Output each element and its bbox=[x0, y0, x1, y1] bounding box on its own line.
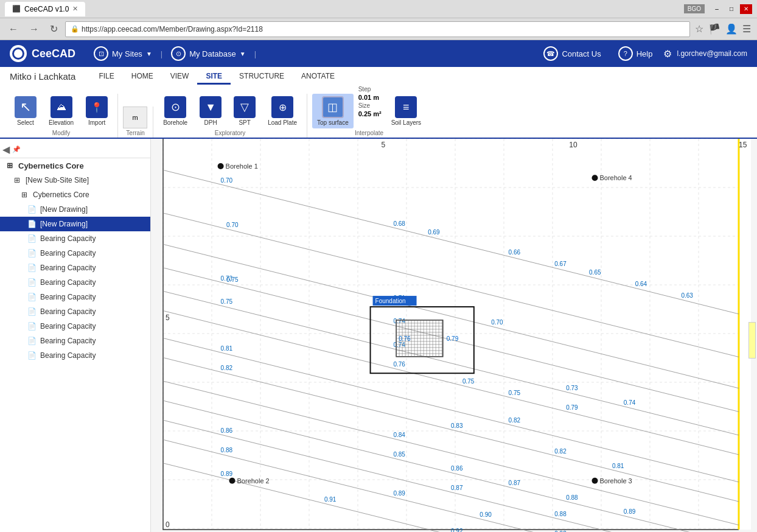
borehole-btn[interactable]: ⊙ Borehole bbox=[158, 94, 192, 128]
sidebar-item-bearing-7[interactable]: 📄 Bearing Capacity bbox=[0, 319, 150, 334]
doc-icon-3: 📄 bbox=[27, 234, 37, 243]
load-plate-btn[interactable]: ⊕ Load Plate bbox=[263, 94, 302, 128]
step-label: Step bbox=[358, 86, 382, 93]
my-database-label: My Database bbox=[189, 49, 236, 58]
spt-icon: ▽ bbox=[234, 96, 256, 118]
sidebar-label-new-drawing-1: [New Drawing] bbox=[40, 205, 88, 214]
modify-items: ↖ Select ⛰ Elevation 📍 Import bbox=[10, 94, 113, 128]
tab-home[interactable]: HOME bbox=[123, 69, 162, 85]
doc-icon-4: 📄 bbox=[27, 248, 37, 258]
tab-view[interactable]: VIEW bbox=[162, 69, 198, 85]
ribbon: Mitko i Lachkata FILE HOME VIEW SITE STR… bbox=[0, 67, 757, 139]
elevation-label: Elevation bbox=[49, 119, 74, 126]
size-value: 0.25 m² bbox=[358, 110, 382, 117]
elevation-icon: ⛰ bbox=[51, 96, 72, 118]
main-layout: ◀ 📌 ⊞ Cybernetics Core ⊞ [New Sub-Site S… bbox=[0, 139, 757, 532]
app-logo: CeeCAD bbox=[10, 45, 75, 62]
sidebar-label-bearing-9: Bearing Capacity bbox=[40, 351, 96, 360]
sidebar-item-cybernetics-1[interactable]: ⊞ Cybernetics Core bbox=[0, 158, 150, 173]
drawing-canvas[interactable] bbox=[151, 139, 757, 532]
sidebar-item-new-drawing-1[interactable]: 📄 [New Drawing] bbox=[0, 202, 150, 217]
help-btn[interactable]: ? Help bbox=[612, 43, 659, 65]
sidebar-item-bearing-4[interactable]: 📄 Bearing Capacity bbox=[0, 275, 150, 290]
my-sites-btn[interactable]: ⊡ My Sites ▼ bbox=[88, 43, 158, 65]
browser-tab[interactable]: ⬛ CeeCAD v1.0 ✕ bbox=[5, 2, 85, 16]
sidebar-label-bearing-5: Bearing Capacity bbox=[40, 293, 96, 301]
collapse-icon[interactable]: ◀ bbox=[2, 144, 10, 155]
contact-us-btn[interactable]: ☎ Contact Us bbox=[537, 43, 607, 65]
sidebar-item-bearing-3[interactable]: 📄 Bearing Capacity bbox=[0, 261, 150, 275]
terrain-m: m bbox=[133, 114, 138, 121]
minimize-btn[interactable]: – bbox=[711, 4, 723, 14]
import-btn[interactable]: 📍 Import bbox=[81, 94, 113, 128]
doc-icon-10: 📄 bbox=[27, 336, 37, 346]
reload-btn[interactable]: ↻ bbox=[46, 22, 61, 36]
my-database-icon: ⊙ bbox=[171, 46, 186, 61]
sidebar-item-bearing-2[interactable]: 📄 Bearing Capacity bbox=[0, 246, 150, 261]
my-database-dropdown-icon: ▼ bbox=[240, 51, 246, 57]
address-bar[interactable]: 🔒 https://app.ceecad.com/Member/Drawing.… bbox=[65, 21, 690, 37]
my-sites-icon: ⊡ bbox=[94, 46, 108, 61]
soil-layers-label: Soil Layers bbox=[391, 119, 421, 126]
header-sep-1: | bbox=[161, 49, 162, 58]
sidebar-item-new-subsite[interactable]: ⊞ [New Sub-Site Site] bbox=[0, 173, 150, 187]
sidebar-item-bearing-5[interactable]: 📄 Bearing Capacity bbox=[0, 290, 150, 304]
user-email: l.gorchev@gmail.com bbox=[677, 49, 747, 58]
canvas-area[interactable] bbox=[151, 139, 757, 532]
person-icon[interactable]: 👤 bbox=[724, 22, 739, 36]
logo-icon bbox=[10, 45, 27, 62]
bgo-label: BGO bbox=[684, 4, 705, 13]
flag-icon[interactable]: 🏴 bbox=[707, 22, 722, 36]
sidebar-item-bearing-9[interactable]: 📄 Bearing Capacity bbox=[0, 348, 150, 363]
sidebar-label-new-subsite: [New Sub-Site Site] bbox=[26, 176, 89, 184]
elevation-btn[interactable]: ⛰ Elevation bbox=[44, 94, 78, 128]
sidebar-label-bearing-2: Bearing Capacity bbox=[40, 249, 96, 257]
tab-file[interactable]: FILE bbox=[90, 69, 122, 85]
top-surface-btn[interactable]: ◫ Top surface bbox=[312, 94, 354, 128]
tab-structure[interactable]: STRUCTURE bbox=[231, 69, 293, 85]
my-database-btn[interactable]: ⊙ My Database ▼ bbox=[165, 43, 252, 65]
sidebar-label-bearing-7: Bearing Capacity bbox=[40, 322, 96, 331]
tab-annotate[interactable]: ANOTATE bbox=[293, 69, 343, 85]
soil-layers-icon: ≡ bbox=[395, 96, 417, 118]
sidebar-item-cybernetics-2[interactable]: ⊞ Cybernetics Core bbox=[0, 187, 150, 202]
exploratory-items: ⊙ Borehole ▼ DPH ▽ SPT ⊕ Load Plate bbox=[158, 94, 302, 128]
header-sep-2: | bbox=[254, 49, 256, 58]
settings-icon[interactable]: ⚙ bbox=[663, 48, 672, 60]
my-sites-dropdown-icon: ▼ bbox=[146, 51, 152, 57]
sidebar-item-bearing-6[interactable]: 📄 Bearing Capacity bbox=[0, 304, 150, 319]
doc-icon-8: 📄 bbox=[27, 307, 37, 317]
tab-site[interactable]: SITE bbox=[197, 69, 231, 85]
grid-icon-2: ⊞ bbox=[12, 175, 22, 185]
ribbon-group-exploratory: ⊙ Borehole ▼ DPH ▽ SPT ⊕ Load Plate Expl… bbox=[158, 94, 307, 138]
browser-toolbar: ← → ↻ 🔒 https://app.ceecad.com/Member/Dr… bbox=[0, 18, 757, 40]
soil-layers-btn[interactable]: ≡ Soil Layers bbox=[386, 94, 426, 128]
sidebar-item-new-drawing-2[interactable]: 📄 [New Drawing] bbox=[0, 217, 150, 231]
sidebar-label-cybernetics-2: Cybernetics Core bbox=[33, 191, 89, 199]
dph-label: DPH bbox=[204, 119, 217, 126]
tab-close-btn[interactable]: ✕ bbox=[72, 5, 78, 13]
close-btn[interactable]: ✕ bbox=[740, 4, 752, 14]
load-plate-icon: ⊕ bbox=[271, 96, 293, 118]
doc-icon-6: 📄 bbox=[27, 278, 37, 287]
doc-icon-1: 📄 bbox=[27, 205, 37, 214]
maximize-btn[interactable]: □ bbox=[725, 4, 738, 14]
pin-icon[interactable]: 📌 bbox=[12, 145, 21, 153]
doc-icon-9: 📄 bbox=[27, 321, 37, 331]
forward-btn[interactable]: → bbox=[26, 23, 43, 36]
top-surface-label: Top surface bbox=[317, 119, 349, 126]
menu-icon[interactable]: ☰ bbox=[741, 22, 752, 36]
ribbon-content: ↖ Select ⛰ Elevation 📍 Import Modify m bbox=[0, 83, 757, 138]
back-btn[interactable]: ← bbox=[5, 23, 22, 36]
sidebar-item-bearing-8[interactable]: 📄 Bearing Capacity bbox=[0, 334, 150, 348]
sidebar-item-bearing-1[interactable]: 📄 Bearing Capacity bbox=[0, 231, 150, 246]
spt-btn[interactable]: ▽ SPT bbox=[229, 94, 260, 128]
bookmark-icon[interactable]: ☆ bbox=[694, 22, 705, 36]
dph-btn[interactable]: ▼ DPH bbox=[195, 94, 226, 128]
sidebar-header: ◀ 📌 bbox=[0, 141, 150, 158]
select-btn[interactable]: ↖ Select bbox=[10, 94, 41, 128]
terrain-input[interactable]: m bbox=[123, 107, 147, 128]
sidebar-label-cybernetics-1: Cybernetics Core bbox=[18, 161, 84, 170]
spt-label: SPT bbox=[239, 119, 250, 126]
scroll-indicator[interactable] bbox=[748, 322, 756, 359]
